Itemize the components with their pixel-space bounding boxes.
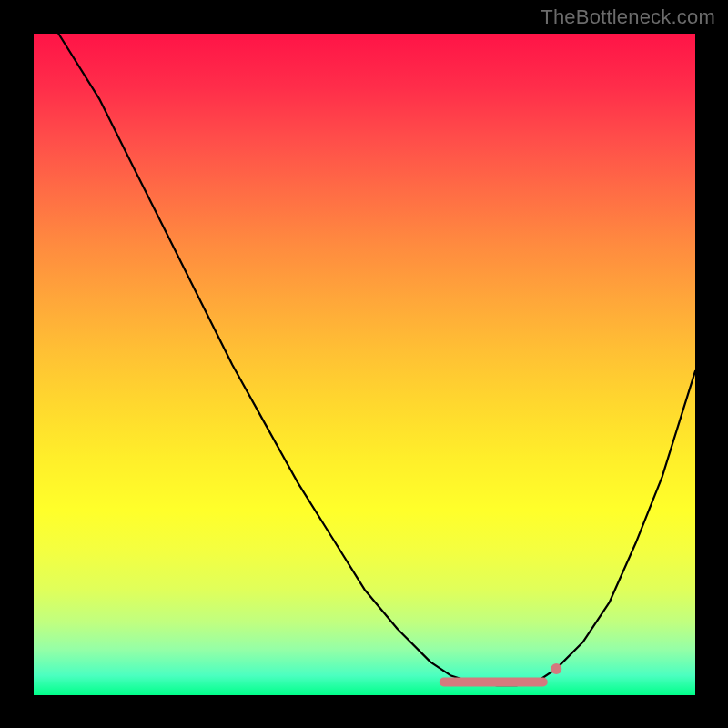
marker-dot bbox=[551, 663, 561, 674]
chart-frame: TheBottleneck.com bbox=[0, 0, 728, 728]
chart-overlay bbox=[34, 34, 695, 695]
watermark-text: TheBottleneck.com bbox=[541, 5, 715, 29]
curve-line bbox=[34, 0, 695, 685]
